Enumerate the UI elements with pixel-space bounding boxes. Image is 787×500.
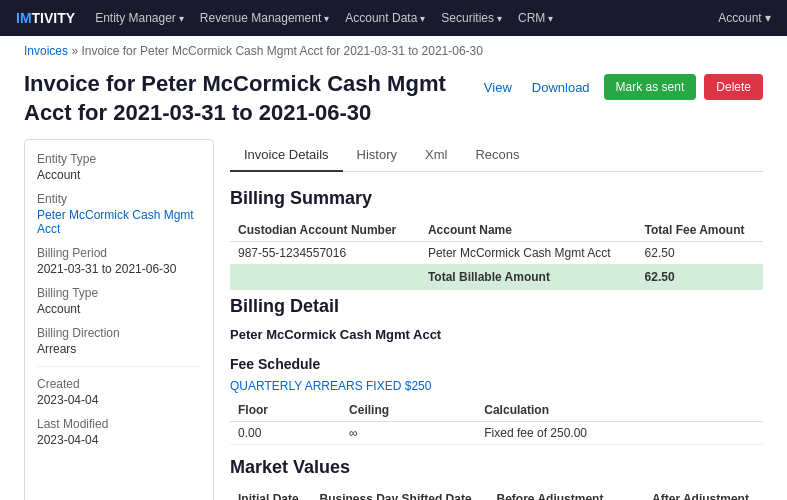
col-shifted-date: Business Day Shifted Date <box>312 488 489 500</box>
billing-type-value: Account <box>37 302 201 316</box>
fee-schedule-title: Fee Schedule <box>230 356 763 372</box>
nav-account-data[interactable]: Account Data ▾ <box>345 11 425 25</box>
total-empty-1 <box>230 264 420 290</box>
right-panel: Invoice Details History Xml Recons Billi… <box>230 139 763 500</box>
summary-row: 987-55-1234557016 Peter McCormick Cash M… <box>230 242 763 265</box>
billing-type-label: Billing Type <box>37 286 201 300</box>
billing-detail-title: Billing Detail <box>230 296 763 317</box>
left-panel: Entity Type Account Entity Peter McCormi… <box>24 139 214 500</box>
brand-logo: IMTIVITY <box>16 10 75 26</box>
entity-value: Peter McCormick Cash Mgmt Acct <box>37 208 201 236</box>
col-account-name: Account Name <box>420 219 637 242</box>
entity-type-value: Account <box>37 168 201 182</box>
billing-type-field: Billing Type Account <box>37 286 201 316</box>
nav-entity-manager[interactable]: Entity Manager ▾ <box>95 11 184 25</box>
main-content: Entity Type Account Entity Peter McCormi… <box>0 139 787 500</box>
last-modified-field: Last Modified 2023-04-04 <box>37 417 201 447</box>
col-after: After Adjustment <box>644 488 763 500</box>
view-button[interactable]: View <box>478 76 518 99</box>
page-title: Invoice for Peter McCormick Cash Mgmt Ac… <box>24 70 478 127</box>
billing-period-value: 2021-03-31 to 2021-06-30 <box>37 262 201 276</box>
entity-label: Entity <box>37 192 201 206</box>
tab-history[interactable]: History <box>343 139 411 172</box>
fee-schedule-table: Floor Ceiling Calculation 0.00 ∞ Fixed f… <box>230 399 763 445</box>
download-button[interactable]: Download <box>526 76 596 99</box>
nav-revenue-management[interactable]: Revenue Management ▾ <box>200 11 329 25</box>
divider <box>37 366 201 367</box>
billing-summary-title: Billing Summary <box>230 188 763 209</box>
page-header: Invoice for Peter McCormick Cash Mgmt Ac… <box>0 66 787 139</box>
mark-sent-button[interactable]: Mark as sent <box>604 74 697 100</box>
account-menu[interactable]: Account ▾ <box>718 11 771 25</box>
account-name-cell: Peter McCormick Cash Mgmt Acct <box>420 242 637 265</box>
billing-direction-field: Billing Direction Arrears <box>37 326 201 356</box>
billing-detail-section: Billing Detail Peter McCormick Cash Mgmt… <box>230 296 763 445</box>
delete-button[interactable]: Delete <box>704 74 763 100</box>
created-value: 2023-04-04 <box>37 393 201 407</box>
col-initial-date: Initial Date <box>230 488 312 500</box>
nav-menu: Entity Manager ▾ Revenue Management ▾ Ac… <box>95 11 718 25</box>
col-calculation: Calculation <box>476 399 763 422</box>
total-row: Total Billable Amount 62.50 <box>230 264 763 290</box>
entity-type-field: Entity Type Account <box>37 152 201 182</box>
fee-schedule-link[interactable]: QUARTERLY ARREARS FIXED $250 <box>230 379 431 393</box>
breadcrumb: Invoices » Invoice for Peter McCormick C… <box>0 36 787 66</box>
entity-field: Entity Peter McCormick Cash Mgmt Acct <box>37 192 201 236</box>
col-ceiling: Ceiling <box>341 399 476 422</box>
market-values-section: Market Values Initial Date Business Day … <box>230 457 763 500</box>
col-custodian: Custodian Account Number <box>230 219 420 242</box>
floor-value: 0.00 <box>230 422 341 445</box>
billing-summary-section: Billing Summary Custodian Account Number… <box>230 188 763 290</box>
col-before: Before Adjustment <box>489 488 645 500</box>
tabs: Invoice Details History Xml Recons <box>230 139 763 172</box>
fee-cell: 62.50 <box>637 242 763 265</box>
breadcrumb-separator: » <box>71 44 78 58</box>
billing-period-label: Billing Period <box>37 246 201 260</box>
tab-xml[interactable]: Xml <box>411 139 461 172</box>
col-floor: Floor <box>230 399 341 422</box>
created-label: Created <box>37 377 201 391</box>
billing-detail-account: Peter McCormick Cash Mgmt Acct <box>230 327 763 342</box>
nav-crm[interactable]: CRM ▾ <box>518 11 553 25</box>
custodian-number: 987-55-1234557016 <box>230 242 420 265</box>
billing-direction-value: Arrears <box>37 342 201 356</box>
entity-link[interactable]: Peter McCormick Cash Mgmt Acct <box>37 208 194 236</box>
col-fee: Total Fee Amount <box>637 219 763 242</box>
market-values-table: Initial Date Business Day Shifted Date B… <box>230 488 763 500</box>
market-values-title: Market Values <box>230 457 763 478</box>
billing-period-field: Billing Period 2021-03-31 to 2021-06-30 <box>37 246 201 276</box>
last-modified-label: Last Modified <box>37 417 201 431</box>
calculation-value: Fixed fee of 250.00 <box>476 422 763 445</box>
tab-recons[interactable]: Recons <box>461 139 533 172</box>
fee-table-row: 0.00 ∞ Fixed fee of 250.00 <box>230 422 763 445</box>
nav-securities[interactable]: Securities ▾ <box>441 11 502 25</box>
header-actions: View Download Mark as sent Delete <box>478 74 763 100</box>
billing-summary-table: Custodian Account Number Account Name To… <box>230 219 763 290</box>
total-value: 62.50 <box>637 264 763 290</box>
billing-direction-label: Billing Direction <box>37 326 201 340</box>
breadcrumb-current: Invoice for Peter McCormick Cash Mgmt Ac… <box>81 44 483 58</box>
breadcrumb-link[interactable]: Invoices <box>24 44 68 58</box>
total-label: Total Billable Amount <box>420 264 637 290</box>
entity-type-label: Entity Type <box>37 152 201 166</box>
created-field: Created 2023-04-04 <box>37 377 201 407</box>
ceiling-value: ∞ <box>341 422 476 445</box>
last-modified-value: 2023-04-04 <box>37 433 201 447</box>
tab-invoice-details[interactable]: Invoice Details <box>230 139 343 172</box>
top-nav: IMTIVITY Entity Manager ▾ Revenue Manage… <box>0 0 787 36</box>
